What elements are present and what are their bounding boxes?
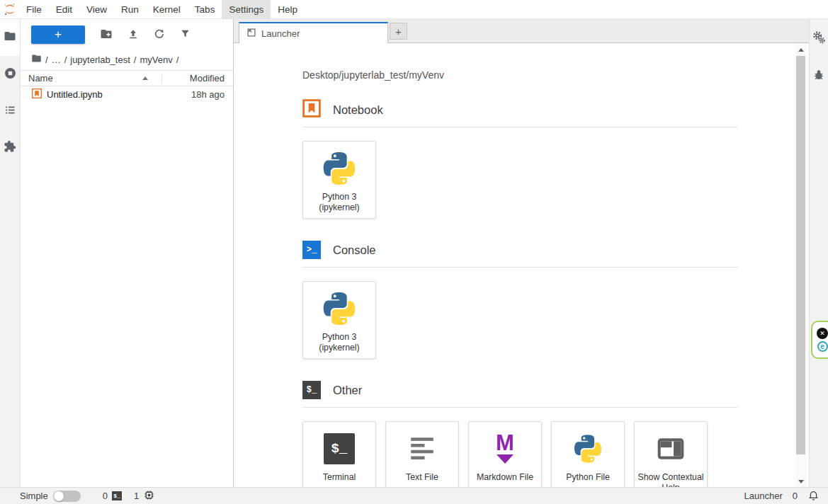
breadcrumb-folder-jupyterlab-test[interactable]: jupyterlab_test — [70, 55, 130, 65]
card-label: Show Contextual Help — [637, 472, 704, 487]
filter-button[interactable] — [180, 28, 191, 41]
tab-launcher[interactable]: Launcher — [239, 22, 388, 43]
main-dock-panel: Launcher + Desktop/jupyterlab_test/myVen… — [234, 19, 809, 487]
card-label: Text File — [406, 472, 438, 483]
column-divider — [161, 74, 162, 84]
section-title: Console — [333, 244, 376, 257]
terminal-icon: $_ — [302, 381, 321, 399]
sidebar-tab-debugger[interactable] — [809, 63, 828, 90]
terminal-mini-icon: $_ — [112, 491, 122, 500]
bug-icon — [812, 69, 825, 84]
card-label: Markdown File — [477, 472, 533, 483]
menu-kernel[interactable]: Kernel — [146, 0, 188, 19]
card-label: Terminal — [323, 472, 356, 483]
launcher-card-text-file[interactable]: Text File — [385, 421, 459, 487]
launcher-panel: Desktop/jupyterlab_test/myVenv Notebook — [234, 43, 809, 487]
scrollbar-down-button[interactable] — [795, 476, 806, 487]
launcher-card-notebook-python3[interactable]: Python 3 (ipykernel) — [302, 141, 376, 219]
jupyterlab-window: File Edit View Run Kernel Tabs Settings … — [0, 0, 828, 504]
file-row-untitled-ipynb[interactable]: Untitled.ipynb 18h ago — [21, 86, 233, 103]
card-label: Python File — [566, 472, 610, 483]
extension-badge-icon[interactable]: e — [817, 341, 828, 352]
menu-run[interactable]: Run — [114, 0, 146, 19]
terminals-indicator[interactable]: 0 $_ — [103, 491, 122, 501]
kernel-subname: (ipykernel) — [319, 202, 359, 212]
markdown-icon: M — [496, 428, 514, 469]
filter-icon — [180, 28, 191, 41]
home-folder-icon[interactable] — [31, 53, 42, 66]
stop-circle-icon — [4, 67, 17, 83]
python-icon — [320, 148, 358, 189]
status-bar-left: Simple 0 $_ 1 — [20, 489, 162, 503]
scrollbar-thumb[interactable] — [796, 56, 805, 454]
menu-tabs[interactable]: Tabs — [188, 0, 222, 19]
folder-icon — [4, 30, 16, 45]
kernel-subname: (ipykernel) — [319, 343, 359, 353]
new-folder-button[interactable] — [100, 28, 113, 42]
menu-file[interactable]: File — [19, 0, 49, 19]
scroll-up-icon — [798, 48, 804, 52]
simple-mode-toggle[interactable] — [53, 491, 81, 502]
puzzle-icon — [4, 140, 16, 156]
upload-button[interactable] — [127, 28, 139, 42]
kernel-chip-icon — [143, 489, 155, 503]
notebook-icon — [302, 99, 321, 120]
breadcrumb-separator: / — [64, 55, 67, 65]
column-header-name[interactable]: Name — [28, 73, 161, 84]
launcher-section-console: >_ Console — [302, 239, 738, 359]
file-name: Untitled.ipynb — [47, 89, 191, 100]
column-header-modified[interactable]: Modified — [169, 73, 225, 84]
menu-help[interactable]: Help — [271, 0, 305, 19]
launcher-section-notebook: Notebook — [302, 99, 738, 219]
launcher-card-python-file[interactable]: Python File — [551, 421, 625, 487]
launcher-card-terminal[interactable]: $_ Terminal — [302, 421, 376, 487]
launcher-card-markdown-file[interactable]: M Markdown File — [468, 421, 542, 487]
new-launcher-button[interactable]: + — [31, 25, 85, 44]
menu-edit[interactable]: Edit — [49, 0, 79, 19]
refresh-button[interactable] — [154, 28, 165, 42]
section-header: $_ Other — [302, 379, 738, 401]
new-tab-button[interactable]: + — [390, 23, 407, 40]
launcher-card-console-python3[interactable]: Python 3 (ipykernel) — [302, 281, 376, 359]
kernels-indicator[interactable]: 1 — [134, 489, 155, 503]
python-icon — [572, 428, 604, 469]
menu-view[interactable]: View — [79, 0, 114, 19]
tab-label: Launcher — [261, 28, 300, 39]
close-icon[interactable]: ✕ — [817, 328, 828, 339]
launcher-card-contextual-help[interactable]: Show Contextual Help — [634, 421, 708, 487]
terminals-count: 0 — [103, 491, 108, 501]
console-icon: >_ — [302, 241, 321, 259]
tab-bar: Launcher + — [234, 19, 809, 43]
sidebar-tab-property-inspector[interactable] — [809, 25, 828, 52]
breadcrumb-ellipsis[interactable]: … — [52, 55, 61, 65]
simple-mode-label: Simple — [20, 491, 48, 501]
launcher-tab-icon — [246, 28, 256, 40]
breadcrumb-folder-myvenv[interactable]: myVenv — [140, 55, 172, 65]
section-header: >_ Console — [302, 239, 738, 260]
table-of-contents-icon — [4, 104, 16, 119]
card-label: Python 3 (ipykernel) — [319, 192, 359, 212]
breadcrumb: / … / jupyterlab_test / myVenv / — [21, 49, 233, 70]
vertical-scrollbar — [795, 44, 806, 487]
bell-icon[interactable] — [807, 489, 820, 503]
menubar: File Edit View Run Kernel Tabs Settings … — [0, 0, 828, 19]
terminal-icon: $_ — [324, 428, 355, 469]
launcher-section-other: $_ Other $_ Terminal — [302, 379, 738, 487]
refresh-icon — [154, 28, 165, 42]
sidebar-tab-toc[interactable] — [0, 93, 20, 130]
jupyter-logo-icon — [0, 3, 19, 16]
menu-settings[interactable]: Settings — [222, 0, 271, 19]
notebook-file-icon — [32, 88, 42, 101]
scrollbar-up-button[interactable] — [795, 44, 806, 55]
kernels-count: 1 — [134, 491, 139, 501]
sidebar-tab-running[interactable] — [0, 56, 20, 93]
file-browser-toolbar: + — [21, 19, 233, 49]
python-icon — [320, 288, 358, 329]
section-title: Notebook — [333, 103, 383, 117]
sidebar-tab-file-browser[interactable] — [0, 19, 20, 56]
section-divider — [302, 267, 738, 268]
extension-overlay-widget: ✕ e — [811, 321, 828, 359]
breadcrumb-separator: / — [45, 55, 48, 65]
sidebar-tab-extensions[interactable] — [0, 130, 20, 166]
right-sidebar — [809, 19, 828, 487]
